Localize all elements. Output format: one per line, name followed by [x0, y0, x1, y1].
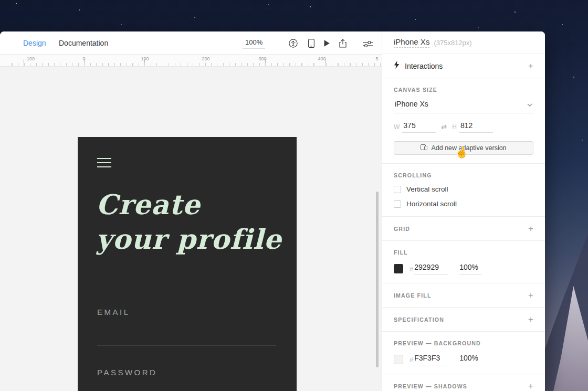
canvas-size-section: CANVAS SIZE iPhone Xs W 375 ⇄ H 812 Add … [382, 78, 545, 164]
fill-section: FILL # 292929 100% [382, 241, 545, 283]
swap-dimensions-icon[interactable]: ⇄ [441, 123, 447, 131]
fill-label: FILL [394, 249, 533, 256]
add-specification-button[interactable]: + [528, 314, 533, 325]
height-label: H [452, 123, 457, 131]
heading-line-1: Create [96, 187, 282, 222]
width-label: W [394, 123, 400, 131]
play-prototype-icon[interactable] [321, 38, 332, 48]
ruler-label: 100 [141, 56, 149, 61]
preview-background-swatch[interactable] [394, 355, 403, 364]
vertical-scroll-option[interactable]: Vertical scroll [394, 185, 533, 193]
zoom-input[interactable]: 100% [243, 37, 265, 49]
password-field-label[interactable]: PASSWORD [97, 368, 157, 377]
add-grid-button[interactable]: + [528, 224, 533, 234]
preview-background-section: PREVIEW — BACKGROUND # F3F3F3 100% [382, 332, 545, 374]
dimensions-row: W 375 ⇄ H 812 [394, 121, 533, 133]
fill-color-row: # 292929 100% [394, 263, 533, 274]
artboard-iphone-xs[interactable]: Create your profile EMAIL PASSWORD [78, 137, 297, 391]
tab-documentation[interactable]: Documentation [59, 31, 108, 55]
ruler-label: 400 [318, 56, 326, 61]
width-input[interactable]: 375 [402, 121, 436, 133]
export-share-icon[interactable] [338, 38, 348, 48]
grid-label: GRID [394, 226, 410, 232]
tab-design[interactable]: Design [23, 31, 46, 55]
app-window: Design Documentation 100% -100 0 100 200… [0, 31, 545, 391]
chevron-down-icon [527, 100, 532, 108]
preview-shadows-label: PREVIEW — SHADOWS [394, 383, 467, 389]
interactions-label: Interactions [405, 62, 443, 70]
scrolling-label: SCROLLING [394, 172, 533, 178]
lightning-bolt-icon [394, 61, 400, 71]
preview-hex-input[interactable]: F3F3F3 [414, 354, 448, 365]
device-name[interactable]: iPhone Xs [394, 37, 429, 48]
vertical-scroll-label: Vertical scroll [406, 185, 448, 193]
device-size: (375x812px) [434, 39, 471, 47]
specification-label: SPECIFICATION [394, 316, 444, 323]
add-adaptive-version-button[interactable]: Add new adaptive version [394, 141, 533, 155]
specification-row[interactable]: SPECIFICATION + [382, 308, 545, 332]
ruler-label: 300 [258, 56, 266, 61]
preview-hash-symbol: # [410, 356, 413, 364]
artboard-heading[interactable]: Create your profile [96, 187, 282, 257]
horizontal-scroll-checkbox[interactable] [394, 200, 401, 208]
preview-opacity-input[interactable]: 100% [459, 354, 481, 365]
settings-sliders-icon[interactable] [362, 39, 373, 49]
add-image-fill-button[interactable]: + [528, 290, 533, 301]
email-field-label[interactable]: EMAIL [97, 308, 130, 316]
image-fill-row[interactable]: IMAGE FILL + [382, 283, 545, 308]
add-interaction-button[interactable]: + [528, 61, 533, 71]
ruler-label: -100 [25, 56, 35, 61]
device-preview-icon[interactable] [306, 38, 317, 48]
adaptive-version-icon [421, 144, 427, 152]
image-fill-label: IMAGE FILL [394, 292, 432, 299]
fill-opacity-input[interactable]: 100% [459, 263, 481, 274]
accessibility-preview-icon[interactable] [288, 38, 298, 48]
add-preview-shadow-button[interactable]: + [528, 381, 533, 391]
vertical-scroll-checkbox[interactable] [394, 186, 401, 193]
email-field-underline [97, 345, 276, 345]
horizontal-scroll-label: Horizontal scroll [406, 200, 457, 208]
heading-line-2: your profile [96, 222, 282, 257]
scrolling-section: SCROLLING Vertical scroll Horizontal scr… [382, 164, 545, 217]
hamburger-menu-icon[interactable] [97, 158, 111, 171]
interactions-row[interactable]: Interactions + [382, 54, 545, 78]
ruler-label: 5 [375, 56, 378, 61]
ruler-label: 200 [202, 56, 209, 61]
horizontal-scroll-option[interactable]: Horizontal scroll [394, 200, 533, 208]
artboard-header: iPhone Xs (375x812px) [382, 31, 545, 54]
vertical-scrollbar[interactable] [376, 192, 379, 367]
preview-background-color-row: # F3F3F3 100% [394, 354, 533, 365]
grid-row[interactable]: GRID + [382, 217, 545, 241]
fill-hex-input[interactable]: 292929 [414, 263, 448, 274]
preview-shadows-row[interactable]: PREVIEW — SHADOWS + [382, 374, 545, 391]
fill-hash-symbol: # [410, 265, 413, 273]
height-input[interactable]: 812 [459, 121, 493, 133]
fill-color-swatch[interactable] [394, 264, 403, 273]
canvas-size-label: CANVAS SIZE [394, 87, 533, 93]
inspector-panel: iPhone Xs (375x812px) Interactions + CAN… [382, 31, 545, 391]
device-preset-value: iPhone Xs [395, 100, 428, 108]
wallpaper-stars [16, 3, 17, 4]
ruler-label: 0 [82, 56, 85, 61]
adaptive-version-label: Add new adaptive version [431, 144, 506, 152]
device-preset-select[interactable]: iPhone Xs [394, 94, 533, 113]
preview-background-label: PREVIEW — BACKGROUND [394, 340, 533, 346]
